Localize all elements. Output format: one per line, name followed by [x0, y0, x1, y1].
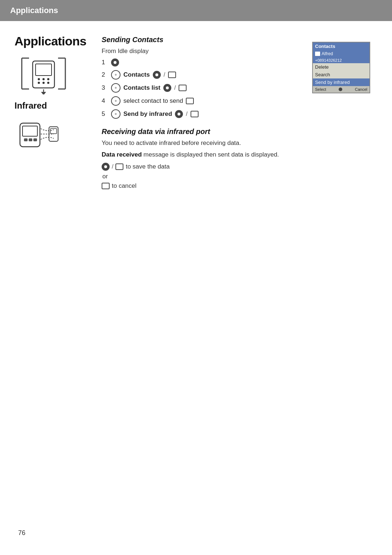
nav-icon-2: ⊕: [111, 70, 121, 80]
cancel-text: to cancel: [112, 182, 136, 190]
svg-rect-16: [20, 123, 40, 147]
app-title: Applications: [15, 34, 86, 48]
square-button-5: [191, 111, 199, 117]
step-4: 4 ⊕ select contact to send: [102, 96, 377, 106]
left-sidebar: Applications: [15, 34, 87, 190]
infrared-icon-container: [15, 116, 62, 152]
receiving-data-title: Receiving data via infrared port: [102, 127, 377, 136]
step-number-4: 4: [102, 97, 108, 105]
page-number: 76: [18, 529, 25, 537]
nav-icon-3: ⊕: [111, 83, 121, 93]
square-button-4: [186, 98, 194, 104]
cancel-line: to cancel: [102, 182, 377, 190]
menu-item-delete: Delete: [313, 63, 369, 71]
svg-rect-18: [24, 138, 28, 141]
svg-marker-15: [41, 92, 46, 94]
data-received-suffix: message is displayed then sent data is d…: [142, 151, 279, 158]
ok-button-icon-5: [175, 110, 183, 118]
svg-rect-19: [29, 138, 32, 141]
svg-rect-7: [36, 64, 52, 76]
phone-screen-header: Contacts: [313, 42, 369, 50]
svg-point-11: [38, 82, 40, 84]
svg-point-13: [47, 82, 49, 84]
data-received-label: Data received: [102, 151, 142, 158]
contact-name: Alfred: [322, 51, 333, 56]
infrared-label: Infrared: [15, 101, 47, 111]
menu-item-send-by-infrared: Send by infrared: [313, 78, 369, 86]
svg-point-8: [38, 78, 40, 80]
phone-screen-mockup: Contacts Alfred +08914326212 Delete Sear…: [312, 42, 370, 93]
slash-3: /: [174, 85, 176, 91]
square-button-2: [168, 72, 176, 78]
nav-icon-5: ⊕: [111, 109, 121, 119]
step-2-text: Contacts: [123, 71, 150, 78]
header-bar: Applications: [0, 0, 392, 21]
svg-rect-20: [33, 138, 37, 141]
save-line: / to save the data: [102, 163, 377, 171]
step-number-1: 1: [102, 59, 108, 66]
svg-rect-17: [23, 126, 37, 136]
or-text: or: [102, 173, 377, 180]
center-dot-icon: [339, 88, 342, 91]
svg-point-12: [42, 82, 45, 84]
step-4-text: select contact to send: [123, 97, 183, 105]
square-button-cancel: [102, 183, 110, 189]
square-button-3: [179, 85, 187, 91]
ok-button-icon-3: [163, 84, 171, 92]
step-5-text: Send by infrared: [123, 110, 172, 118]
step-number-2: 2: [102, 71, 108, 78]
slash-save: /: [112, 163, 113, 170]
phone-screen-number: +08914326212: [313, 57, 369, 63]
menu-item-search: Search: [313, 71, 369, 78]
step-3-text: Contacts list: [123, 84, 160, 92]
footer-cancel: Cancel: [355, 87, 367, 92]
ok-button-save: [102, 163, 110, 171]
data-received-line: Data received message is displayed then …: [102, 151, 377, 158]
slash-5: /: [186, 111, 187, 117]
infrared-device-icon: [15, 116, 62, 152]
square-button-save: [115, 163, 123, 170]
phone-icon: [18, 54, 69, 94]
svg-point-10: [47, 78, 49, 80]
ok-button-icon-1: [111, 58, 119, 66]
ok-button-icon-2: [153, 71, 161, 79]
footer-select: Select: [315, 87, 326, 92]
svg-point-9: [42, 78, 45, 80]
step-5: 5 ⊕ Send by infrared /: [102, 109, 377, 119]
slash-2: /: [164, 72, 165, 78]
step-number-5: 5: [102, 110, 108, 118]
receiving-data-section: Receiving data via infrared port You nee…: [102, 127, 377, 190]
contact-icon: [315, 52, 320, 56]
step-number-3: 3: [102, 84, 108, 92]
phone-screen-contact-row: Alfred: [313, 50, 369, 57]
phone-icon-container: [15, 53, 73, 96]
phone-screen-footer: Select Cancel: [313, 86, 369, 93]
nav-icon-4: ⊕: [111, 96, 121, 106]
receiving-para1: You need to activate infrared before rec…: [102, 139, 377, 147]
save-text: to save the data: [126, 163, 170, 170]
svg-rect-22: [50, 129, 57, 134]
header-title: Applications: [10, 6, 58, 15]
